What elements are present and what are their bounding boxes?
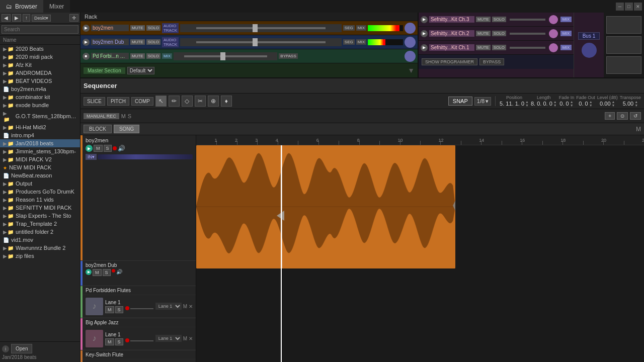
file-item[interactable]: ▶📁exode bundle: [0, 101, 80, 109]
show-programmer-btn[interactable]: SHOW PROGRAMMER: [422, 58, 477, 65]
pink-knob-2[interactable]: [549, 29, 558, 38]
file-item[interactable]: ▶📁G.O.T Stems_128bpm_D: [0, 109, 80, 123]
up-btn[interactable]: ↑: [23, 14, 30, 22]
solo-btn-1[interactable]: SOLO: [146, 25, 160, 31]
mute-btn-1[interactable]: MUTE: [130, 25, 145, 31]
file-item[interactable]: 📄vid1.mov: [0, 236, 80, 244]
fraction-select[interactable]: 1/8 ▾: [474, 97, 491, 106]
track-m-btn-1[interactable]: M: [94, 145, 103, 152]
close-btn[interactable]: ✕: [634, 3, 642, 11]
fader-thumb-3[interactable]: [220, 52, 225, 60]
manual-rec-btn[interactable]: MANUAL REC: [84, 113, 119, 119]
file-item[interactable]: ▶📁Afz Kit: [0, 61, 80, 69]
file-item[interactable]: ▶📁zip files: [0, 252, 80, 260]
pink-play-3[interactable]: ▶: [421, 44, 428, 51]
bypass-btn-pink[interactable]: BYPASS: [479, 58, 504, 65]
fade-in-arrows[interactable]: ▲▼: [570, 100, 574, 107]
block-btn[interactable]: BLOCK: [84, 125, 112, 133]
bus-knob[interactable]: [582, 43, 597, 58]
track-play-icon-2[interactable]: ▶: [86, 269, 92, 275]
forward-btn[interactable]: ▶: [12, 14, 21, 22]
open-button[interactable]: Open: [11, 344, 32, 353]
erase-tool-btn[interactable]: ◇: [182, 96, 193, 107]
file-item[interactable]: ▶📁combinator kit: [0, 93, 80, 101]
pink-play-1[interactable]: ▶: [421, 16, 428, 23]
file-item[interactable]: 📄NewBeat.reason: [0, 171, 80, 179]
track-m-btn-2[interactable]: M: [93, 269, 102, 276]
file-item[interactable]: ▶📁Producers GoTo DrumK: [0, 188, 80, 196]
file-item[interactable]: ▶📁Jimmie_stems_130bpm-: [0, 147, 80, 155]
mix-btn-1[interactable]: MIX: [356, 25, 366, 31]
cut-tool-btn[interactable]: ✂: [195, 96, 206, 107]
fader-thumb-1[interactable]: [253, 24, 258, 32]
file-item[interactable]: ▶📁Trap_Template 2: [0, 220, 80, 228]
browser-tab[interactable]: 🗂 Browser: [0, 0, 43, 13]
lane-close-pd-1[interactable]: ✕: [189, 304, 193, 309]
lane-m-btn-pd-1[interactable]: M: [105, 306, 114, 313]
lane-s-btn-jazz-1[interactable]: S: [115, 338, 123, 345]
file-item[interactable]: ▶📁2020 Beats: [0, 45, 80, 53]
pink-mute-3[interactable]: MUTE: [476, 45, 491, 50]
lane-x-btn-jazz-1[interactable]: M: [183, 336, 187, 341]
loop-btn[interactable]: ↺: [630, 112, 641, 120]
level-db-arrows[interactable]: ▲▼: [612, 100, 615, 107]
back-btn[interactable]: ◀: [2, 14, 11, 22]
track-play-3[interactable]: ■: [83, 53, 90, 60]
lane-s-btn-pd-1[interactable]: S: [115, 306, 123, 313]
track-s-btn-2[interactable]: S: [103, 269, 111, 276]
pink-play-2[interactable]: ▶: [421, 30, 428, 37]
level-knob-1[interactable]: [405, 23, 416, 34]
seg-btn-2[interactable]: SEG: [343, 39, 355, 45]
select-tool-btn[interactable]: ↖: [155, 96, 167, 107]
waveform-content[interactable]: [196, 145, 644, 362]
snap-btn[interactable]: SNAP: [448, 97, 472, 106]
mix-btn-2[interactable]: MIX: [356, 39, 366, 45]
solo-btn-3[interactable]: SOLO: [146, 53, 160, 59]
lane-route-select-jazz-1[interactable]: Lane 1: [155, 335, 182, 342]
file-item[interactable]: 📄intro.mp4: [0, 131, 80, 139]
mute-btn-2[interactable]: MUTE: [130, 39, 145, 45]
rec-mode-btn[interactable]: ⊙: [617, 112, 628, 120]
file-item[interactable]: ▶📁Reason 11 vids: [0, 196, 80, 204]
pink-solo-1[interactable]: SOLO: [492, 17, 506, 22]
file-item[interactable]: ▶📁Jan/2018 beats: [0, 139, 80, 147]
bypass-btn-3[interactable]: BYPASS: [279, 53, 297, 59]
pink-mute-1[interactable]: MUTE: [476, 17, 491, 22]
mute-tool-btn[interactable]: ♦: [221, 96, 232, 107]
seg-btn-1[interactable]: SEG: [343, 25, 355, 31]
lane-route-select-pd-1[interactable]: Lane 1: [155, 303, 182, 310]
file-item[interactable]: ▶📁Output: [0, 179, 80, 188]
transpose-arrows[interactable]: ▲▼: [634, 100, 638, 107]
song-btn[interactable]: SONG: [114, 125, 139, 133]
pink-fader-2[interactable]: [510, 33, 545, 35]
add-btn[interactable]: ✛: [69, 14, 78, 22]
lane-m-btn-jazz-1[interactable]: M: [105, 338, 114, 345]
track-speaker-icon-2[interactable]: 🔊: [116, 269, 122, 276]
fader-1[interactable]: [180, 24, 342, 32]
level-knob-2[interactable]: [405, 37, 416, 48]
file-item[interactable]: ▶📁Hi-Hat Midi2: [0, 123, 80, 131]
pink-knob-1[interactable]: [549, 15, 558, 24]
master-section-select[interactable]: Default: [127, 67, 154, 74]
file-item[interactable]: ▶📁MIDI PACK V2: [0, 155, 80, 163]
file-item[interactable]: ▶📁ANDROMEDA: [0, 69, 80, 77]
file-item[interactable]: ▶📁Wavrunnrz Bundle 2: [0, 244, 80, 252]
waveform-block-boy2men[interactable]: [196, 145, 455, 268]
maximize-btn[interactable]: □: [625, 3, 633, 11]
solo-btn-2[interactable]: SOLO: [146, 39, 160, 45]
lane-x-btn-pd-1[interactable]: M: [183, 304, 187, 309]
file-item[interactable]: ▶📁untitled folder 2: [0, 228, 80, 236]
length-arrows[interactable]: ▲▼: [553, 100, 557, 107]
pink-fader-3[interactable]: [510, 47, 545, 49]
file-item[interactable]: ▶📁SEFNITTY MIDI PACK: [0, 204, 80, 212]
slice-btn[interactable]: SLICE: [84, 97, 105, 106]
fade-out-arrows[interactable]: ▲▼: [589, 100, 593, 107]
track-s-btn-1[interactable]: S: [104, 145, 112, 152]
level-knob-3[interactable]: [405, 51, 416, 62]
track-play-1[interactable]: ▶: [83, 25, 90, 32]
position-arrows[interactable]: ▲▼: [525, 100, 529, 107]
track-speaker-icon-1[interactable]: 🔊: [118, 145, 125, 152]
pink-mute-2[interactable]: MUTE: [476, 31, 491, 36]
fader-3[interactable]: [174, 52, 277, 60]
pitch-btn[interactable]: PITCH: [107, 97, 129, 106]
